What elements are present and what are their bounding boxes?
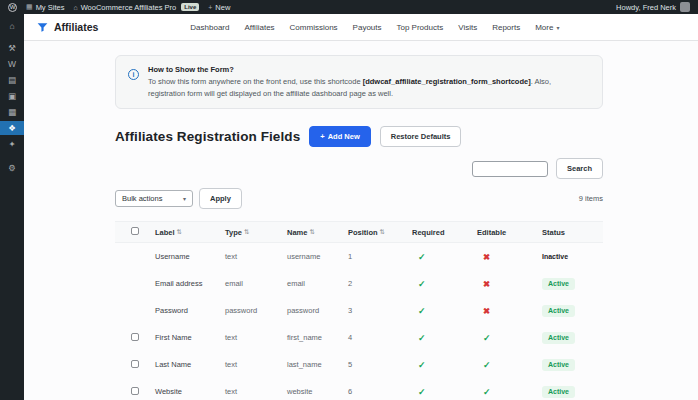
nav-item-visits[interactable]: Visits (458, 23, 477, 32)
header-position[interactable]: Position⇅ (348, 228, 412, 237)
settings-icon[interactable]: ⚙ (0, 161, 24, 175)
cell-label: Email address (155, 279, 225, 288)
table-header: Label⇅ Type⇅ Name⇅ Position⇅ Required Ed… (115, 221, 603, 243)
bulk-actions-select[interactable]: Bulk actions ▾ (115, 190, 193, 207)
select-all-checkbox[interactable] (131, 227, 139, 235)
search-input[interactable] (472, 161, 548, 177)
my-sites-menu[interactable]: ▦ My Sites (26, 3, 64, 12)
comments-icon[interactable]: ▦ (0, 105, 24, 119)
cell-status: Inactive (542, 252, 603, 261)
my-sites-icon: ▦ (26, 3, 33, 11)
dashboard-icon[interactable]: ⌂ (0, 19, 24, 33)
cell-type: text (225, 360, 287, 369)
row-checkbox[interactable] (131, 360, 139, 368)
header-name[interactable]: Name⇅ (287, 228, 348, 237)
products-icon[interactable]: ▤ (0, 73, 24, 87)
cell-editable: ✓ (477, 360, 542, 370)
account-menu[interactable]: Howdy, Fred Nerk (616, 2, 690, 12)
brand-label: Affiliates (54, 21, 98, 33)
row-checkbox[interactable] (131, 387, 139, 395)
table-row: Last Name text last_name 5 ✓ ✓ Active (115, 351, 603, 378)
nav-item-reports[interactable]: Reports (492, 23, 520, 32)
cell-position: 2 (348, 279, 412, 288)
header-type[interactable]: Type⇅ (225, 228, 287, 237)
apply-button[interactable]: Apply (199, 188, 242, 209)
cross-icon: ✖ (483, 279, 490, 289)
howdy-label: Howdy, Fred Nerk (616, 3, 676, 12)
cell-position: 4 (348, 333, 412, 342)
current-site-menu[interactable]: ⌂ WooCommerce Affiliates Pro Live (73, 3, 199, 12)
cell-label: First Name (155, 333, 225, 342)
check-icon: ✓ (418, 306, 426, 316)
check-icon: ✓ (418, 333, 426, 343)
chevron-down-icon: ▾ (556, 24, 559, 31)
plugin-header: Affiliates DashboardAffiliatesCommission… (24, 14, 698, 41)
check-icon: ✓ (483, 387, 491, 397)
cell-required: ✓ (412, 279, 477, 289)
title-row: Affiliates Registration Fields + Add New… (115, 126, 603, 147)
cell-required: ✓ (412, 387, 477, 397)
status-badge: Active (542, 305, 575, 317)
check-icon: ✓ (418, 279, 426, 289)
sort-icon: ⇅ (177, 228, 182, 236)
cell-name: last_name (287, 360, 348, 369)
bulk-actions-row: Bulk actions ▾ Apply 9 items (115, 188, 603, 209)
wordpress-logo-icon[interactable]: W (8, 3, 17, 12)
cell-status: Active (542, 386, 603, 398)
nav-item-top-products[interactable]: Top Products (397, 23, 444, 32)
check-icon: ✓ (418, 360, 426, 370)
row-checkbox[interactable] (131, 333, 139, 341)
notice-title: How to Show the Form? (148, 65, 590, 74)
cross-icon: ✖ (483, 252, 490, 262)
add-new-button[interactable]: + Add New (309, 126, 370, 147)
cell-required: ✓ (412, 360, 477, 370)
nav-item-commissions[interactable]: Commissions (290, 23, 338, 32)
status-badge: Active (542, 386, 575, 398)
cell-editable: ✓ (477, 333, 542, 343)
plugins-icon[interactable]: ⚒ (0, 41, 24, 55)
sort-icon: ⇅ (309, 228, 314, 236)
cell-status: Active (542, 278, 603, 290)
status-badge: Active (542, 278, 575, 290)
sort-icon: ⇅ (380, 228, 385, 236)
new-content-menu[interactable]: + New (208, 3, 230, 12)
check-icon: ✓ (418, 387, 426, 397)
marketing-icon[interactable]: ✦ (0, 137, 24, 151)
cell-required: ✓ (412, 252, 477, 262)
restore-defaults-button[interactable]: Restore Defaults (380, 126, 462, 147)
cell-name: username (287, 252, 348, 261)
cell-label: Password (155, 306, 225, 315)
cell-label: Website (155, 387, 225, 396)
wp-side-menu: ⌂⚒W▤▣▦❖✦⚙ (0, 14, 24, 400)
pages-icon[interactable]: ▣ (0, 89, 24, 103)
table-row: Password password password 3 ✓ ✖ Active (115, 297, 603, 324)
cross-icon: ✖ (483, 306, 490, 316)
cell-editable: ✖ (477, 252, 542, 262)
table-row: Username text username 1 ✓ ✖ Inactive (115, 243, 603, 270)
info-notice: i How to Show the Form? To show this for… (115, 55, 603, 109)
cell-label: Username (155, 252, 225, 261)
check-icon: ✓ (483, 360, 491, 370)
cell-status: Active (542, 332, 603, 344)
cell-required: ✓ (412, 306, 477, 316)
brand[interactable]: Affiliates (36, 21, 98, 34)
page-title: Affiliates Registration Fields (115, 129, 300, 144)
nav-item-affiliates[interactable]: Affiliates (244, 23, 274, 32)
table-body: Username text username 1 ✓ ✖ Inactive Em… (115, 243, 603, 400)
info-icon: i (128, 69, 139, 80)
nav-item-more[interactable]: More▾ (535, 23, 559, 32)
nav-item-payouts[interactable]: Payouts (353, 23, 382, 32)
header-label[interactable]: Label⇅ (155, 228, 225, 237)
plus-icon: + (320, 132, 324, 141)
home-icon: ⌂ (73, 4, 77, 11)
cell-editable: ✖ (477, 279, 542, 289)
cell-position: 6 (348, 387, 412, 396)
affiliates-icon[interactable]: ❖ (0, 121, 24, 135)
cell-type: text (225, 252, 287, 261)
search-button[interactable]: Search (556, 158, 603, 179)
cell-position: 3 (348, 306, 412, 315)
table-row: Website text website 6 ✓ ✓ Active (115, 378, 603, 400)
woocommerce-icon[interactable]: W (0, 57, 24, 71)
cell-name: password (287, 306, 348, 315)
nav-item-dashboard[interactable]: Dashboard (190, 23, 229, 32)
